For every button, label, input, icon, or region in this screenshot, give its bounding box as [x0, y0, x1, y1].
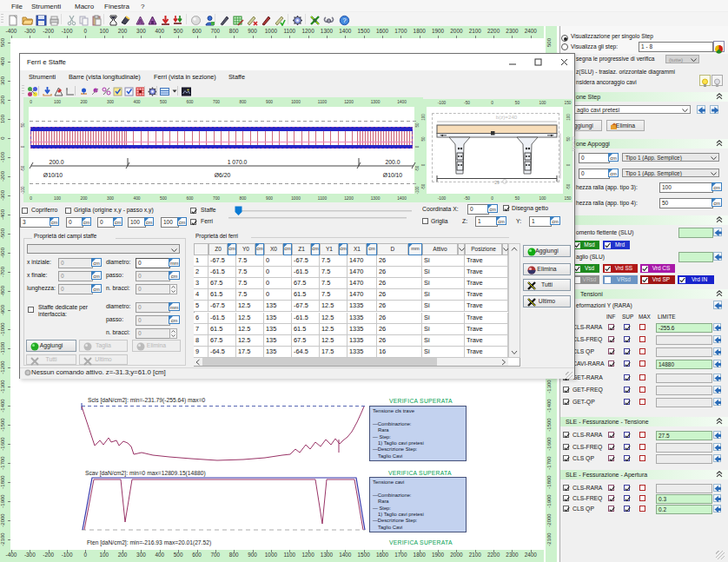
svg-text:29: 29 — [494, 180, 500, 185]
svg-text:?: ? — [342, 17, 347, 24]
